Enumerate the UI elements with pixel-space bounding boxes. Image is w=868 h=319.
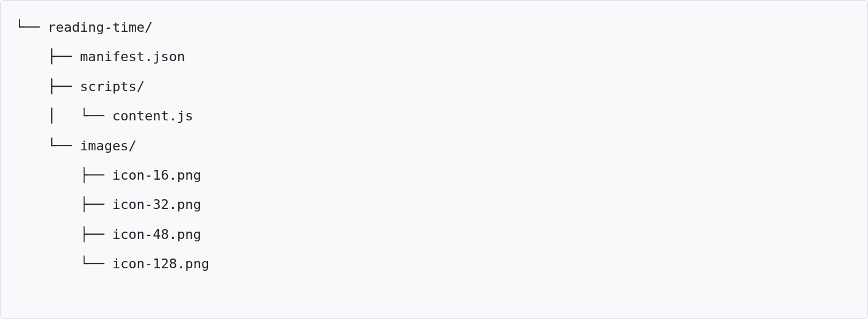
tree-line: └── reading-time/ <box>15 13 853 42</box>
tree-line: ├── icon-48.png <box>15 220 853 249</box>
directory-tree: └── reading-time/ ├── manifest.json ├── … <box>0 0 868 319</box>
tree-line: ├── manifest.json <box>15 42 853 72</box>
tree-line: │ └── content.js <box>15 101 853 131</box>
tree-line: ├── scripts/ <box>15 72 853 101</box>
tree-line: └── icon-128.png <box>15 249 853 279</box>
tree-line: └── images/ <box>15 131 853 161</box>
tree-line: ├── icon-16.png <box>15 161 853 190</box>
tree-line: ├── icon-32.png <box>15 190 853 219</box>
